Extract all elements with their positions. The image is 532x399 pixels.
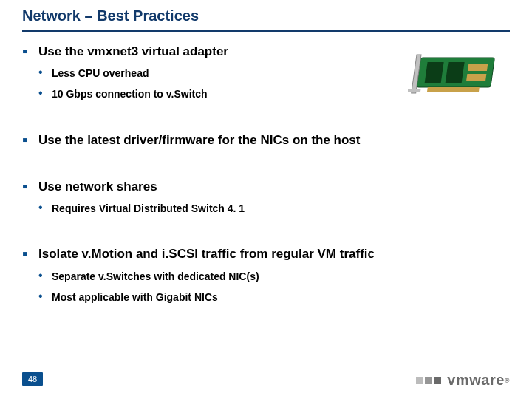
sub-bullet-item: • Separate v.Switches with dedicated NIC… [38, 270, 510, 283]
sub-bullet-text: 10 Gbps connection to v.Switch [52, 87, 208, 100]
sub-bullet-text: Less CPU overhead [52, 66, 149, 80]
bullet-text: Use the vmxnet3 virtual adapter [38, 44, 228, 59]
logo-text: vmware [447, 372, 505, 389]
page-number: 48 [22, 372, 43, 386]
logo-boxes-icon [416, 377, 443, 384]
bullet-text: Isolate v.Motion and i.SCSI traffic from… [38, 246, 375, 262]
sub-bullet-item: • Requires Virtual Distributed Switch 4.… [38, 202, 510, 215]
dot-bullet-icon: • [38, 87, 46, 99]
sub-bullet-item: • Less CPU overhead [38, 66, 510, 80]
bullet-item: ▪ Use network shares [22, 179, 510, 194]
square-bullet-icon: ▪ [22, 246, 31, 262]
content-body: ▪ Use the vmxnet3 virtual adapter • Less… [22, 41, 510, 305]
sub-bullet-text: Most applicable with Gigabit NICs [52, 290, 218, 304]
page-title: Network – Best Practices [22, 7, 199, 24]
bullet-text: Use network shares [38, 179, 157, 194]
bullet-item: ▪ Use the vmxnet3 virtual adapter [22, 44, 510, 59]
dot-bullet-icon: • [38, 270, 46, 282]
bullet-item: ▪ Use the latest driver/firmware for the… [22, 132, 510, 148]
sub-bullet-item: • 10 Gbps connection to v.Switch [38, 87, 510, 100]
slide: Network – Best Practices ▪ Use the vmxne… [0, 0, 532, 399]
bullet-item: ▪ Isolate v.Motion and i.SCSI traffic fr… [22, 246, 510, 262]
dot-bullet-icon: • [38, 290, 46, 302]
square-bullet-icon: ▪ [22, 44, 31, 59]
title-rule [22, 30, 510, 32]
square-bullet-icon: ▪ [22, 179, 31, 194]
sub-bullet-text: Separate v.Switches with dedicated NIC(s… [52, 270, 259, 283]
sub-bullet-text: Requires Virtual Distributed Switch 4. 1 [52, 202, 245, 215]
dot-bullet-icon: • [38, 202, 46, 214]
square-bullet-icon: ▪ [22, 132, 31, 148]
sub-bullet-item: • Most applicable with Gigabit NICs [38, 290, 510, 304]
vmware-logo: vmware® [416, 372, 510, 389]
dot-bullet-icon: • [38, 66, 46, 78]
bullet-text: Use the latest driver/firmware for the N… [38, 132, 360, 148]
logo-mark: ® [505, 377, 510, 384]
